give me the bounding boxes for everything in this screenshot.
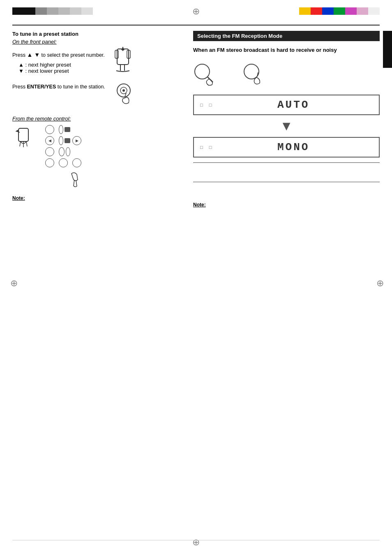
top-bar-left-blocks [12,7,93,15]
note-text-1 [193,166,380,178]
mono-display-text: MONO [277,141,309,153]
tuner-buttons-icon [111,81,136,107]
step2-description: Press ENTER/YES to tune in the station. [12,81,105,93]
color-block-5 [58,7,70,15]
color-block-r7 [368,7,380,15]
bottom-rule [12,540,380,540]
svg-rect-11 [18,128,28,141]
color-block-6 [70,7,81,15]
color-block-r4 [334,7,345,15]
color-block-1 [12,7,24,15]
divider-2 [193,182,380,182]
color-block-r2 [311,7,322,15]
bottom-crosshair: ⊕ [192,537,200,548]
note-text-2 [193,185,380,198]
svg-line-13 [26,141,27,146]
svg-point-21 [244,64,259,79]
svg-point-19 [195,64,210,79]
fm-button-2 [242,63,267,88]
top-rule [12,25,380,25]
svg-line-12 [20,141,21,146]
left-column: To tune in a preset station On the front… [12,31,193,201]
top-bar-right-blocks [299,7,380,15]
right-column: Selecting the FM Reception Mode When an … [193,31,380,208]
color-block-r6 [357,7,368,15]
remote-hand-icon [12,125,35,149]
fm-button-1 [193,63,218,88]
left-crosshair: ⊕ [10,278,18,289]
svg-line-17 [74,180,74,186]
fm-button-row [193,63,380,88]
auto-display-box: □ □ AUTO [193,95,380,115]
when-text: When an FM stereo broadcast is hard to r… [193,46,380,54]
top-crosshair: ⊕ [192,6,200,17]
color-block-r1 [299,7,311,15]
divider-1 [193,162,380,163]
note-label-right: Note: [193,202,380,208]
black-sidebar-tab [383,31,392,68]
front-panel-hand-icon [113,47,140,75]
mono-display-box: □ □ MONO [193,137,380,158]
svg-point-9 [122,89,125,92]
color-block-2 [24,7,35,15]
front-panel-steps: Press ▲ ▼ to select the preset number. ▲… [12,49,105,75]
color-block-3 [35,7,47,15]
right-crosshair: ⊕ [376,278,384,289]
down-arrow: ▼ [193,118,380,134]
step1-text: Press ▲ ▼ to select the preset number. [12,51,105,59]
preset-heading: To tune in a preset station [12,31,78,37]
front-panel-label: On the front panel: [12,39,57,45]
svg-line-18 [76,180,77,186]
remote-keypad: ◀ ▶ [45,125,84,189]
color-block-r3 [322,7,334,15]
color-block-7 [81,7,93,15]
svg-marker-16 [15,129,20,133]
remote-control-label: From the remote control: [12,116,71,122]
note-label-left: Note: [12,195,193,201]
color-block-r5 [345,7,357,15]
mono-dots: □ □ [200,145,214,150]
auto-dots: □ □ [200,102,214,107]
auto-display-text: AUTO [277,99,309,111]
fm-reception-heading: Selecting the FM Reception Mode [193,31,380,41]
color-block-4 [47,7,58,15]
